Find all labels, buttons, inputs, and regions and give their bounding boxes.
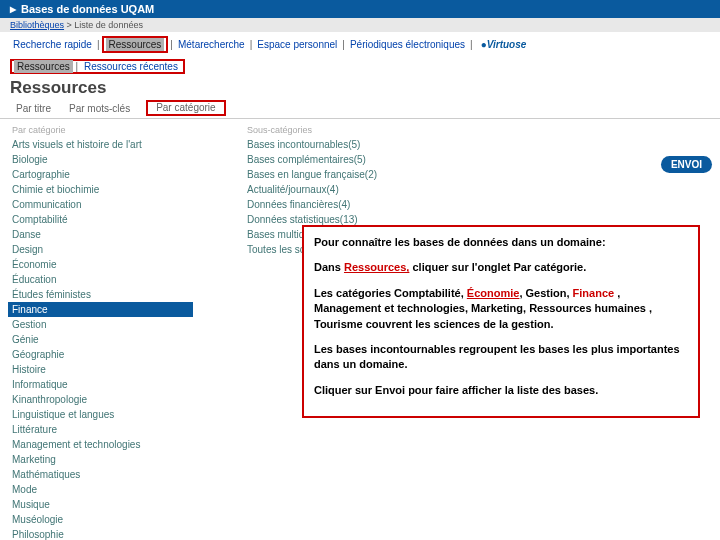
subcategories-header: Sous-catégories: [243, 123, 426, 137]
tab-periodiques[interactable]: Périodiques électroniques: [347, 38, 468, 51]
category-item[interactable]: Design: [8, 242, 193, 257]
category-item[interactable]: Kinanthropologie: [8, 392, 193, 407]
subcategory-item[interactable]: Bases en langue française(2): [243, 167, 426, 182]
category-item[interactable]: Philosophie: [8, 527, 193, 540]
categories-header: Par catégorie: [8, 123, 193, 137]
category-item[interactable]: Histoire: [8, 362, 193, 377]
subtab-ressources[interactable]: Ressources: [14, 60, 73, 73]
category-item[interactable]: Chimie et biochimie: [8, 182, 193, 197]
category-item[interactable]: Linguistique et langues: [8, 407, 193, 422]
category-item[interactable]: Biologie: [8, 152, 193, 167]
category-item[interactable]: Mode: [8, 482, 193, 497]
subcategory-item[interactable]: Données financières(4): [243, 197, 426, 212]
tab-espace[interactable]: Espace personnel: [254, 38, 340, 51]
category-item[interactable]: Économie: [8, 257, 193, 272]
tab-metarecherche[interactable]: Métarecherche: [175, 38, 248, 51]
category-item[interactable]: Géographie: [8, 347, 193, 362]
page-title: Ressources: [0, 76, 720, 100]
subcategory-item[interactable]: Actualité/journaux(4): [243, 182, 426, 197]
subtab-recentes[interactable]: Ressources récentes: [81, 60, 181, 73]
brand-logo: ●Virtuose: [481, 39, 527, 50]
category-item[interactable]: Marketing: [8, 452, 193, 467]
tab-par-mots[interactable]: Par mots-clés: [63, 100, 136, 116]
tab-recherche[interactable]: Recherche rapide: [10, 38, 95, 51]
breadcrumb: Bibliothèques > Liste de données: [0, 18, 720, 32]
triangle-icon: ▶: [10, 5, 16, 14]
category-item[interactable]: Arts visuels et histoire de l'art: [8, 137, 193, 152]
category-item[interactable]: Génie: [8, 332, 193, 347]
category-item[interactable]: Gestion: [8, 317, 193, 332]
category-item[interactable]: Études féministes: [8, 287, 193, 302]
subcategory-item[interactable]: Bases incontournables(5): [243, 137, 426, 152]
breadcrumb-current: Liste de données: [74, 20, 143, 30]
tab-par-categorie[interactable]: Par catégorie: [150, 99, 221, 115]
window-title-bar: ▶ Bases de données UQAM: [0, 0, 720, 18]
category-item[interactable]: Communication: [8, 197, 193, 212]
category-item[interactable]: Musique: [8, 497, 193, 512]
tab-ressources[interactable]: Ressources: [106, 38, 165, 51]
category-item[interactable]: Littérature: [8, 422, 193, 437]
category-item[interactable]: Danse: [8, 227, 193, 242]
category-item[interactable]: Finance: [8, 302, 193, 317]
categories-column: Par catégorie Arts visuels et histoire d…: [8, 123, 193, 540]
envoi-button[interactable]: ENVOI: [661, 156, 712, 173]
category-item[interactable]: Comptabilité: [8, 212, 193, 227]
window-title: Bases de données UQAM: [21, 3, 154, 15]
top-tabs: Recherche rapide| Ressources| Métarecher…: [0, 32, 720, 57]
category-item[interactable]: Management et technologies: [8, 437, 193, 452]
sub-tabs-row: Ressources | Ressources récentes: [0, 57, 720, 76]
category-item[interactable]: Informatique: [8, 377, 193, 392]
category-item[interactable]: Éducation: [8, 272, 193, 287]
view-tabs: Par titre Par mots-clés Par catégorie: [0, 100, 720, 116]
category-item[interactable]: Mathématiques: [8, 467, 193, 482]
breadcrumb-lib[interactable]: Bibliothèques: [10, 20, 64, 30]
tab-par-titre[interactable]: Par titre: [10, 100, 57, 116]
category-item[interactable]: Cartographie: [8, 167, 193, 182]
instructions-overlay: Pour connaître les bases de données dans…: [302, 225, 700, 418]
subcategory-item[interactable]: Bases complémentaires(5): [243, 152, 426, 167]
category-item[interactable]: Muséologie: [8, 512, 193, 527]
